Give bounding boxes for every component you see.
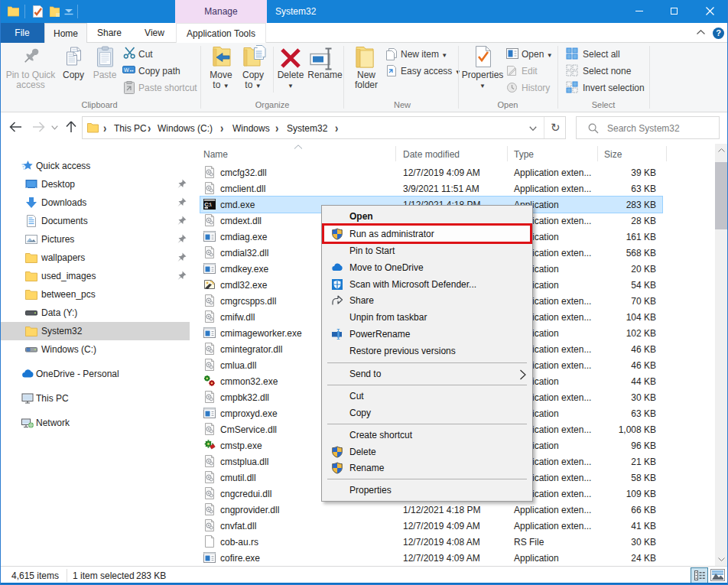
- svg-text:W: W: [124, 67, 129, 73]
- svg-text:C:\: C:\: [204, 202, 211, 207]
